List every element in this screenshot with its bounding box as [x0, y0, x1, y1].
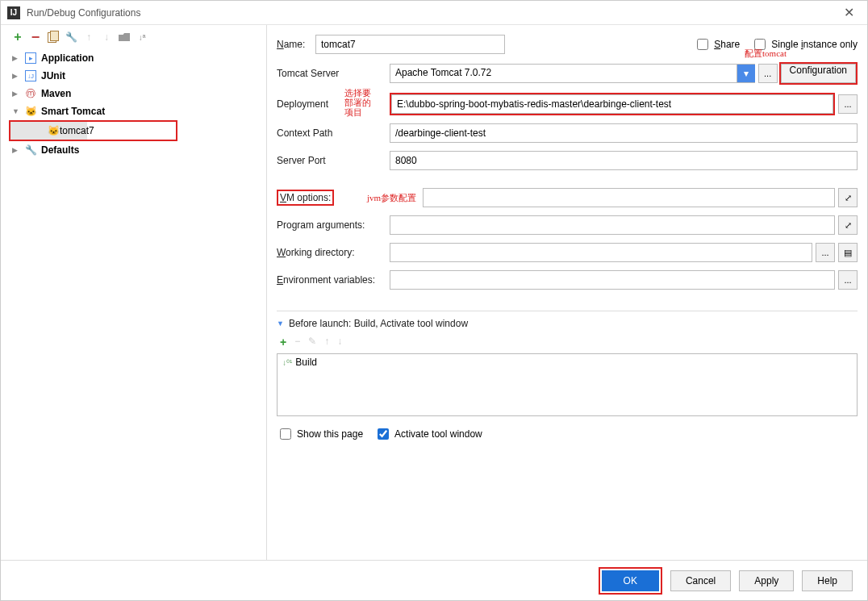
environment-variables-input[interactable] — [390, 270, 835, 290]
tomcat-icon: 🐱 — [48, 125, 60, 136]
copy-icon[interactable] — [48, 31, 59, 43]
add-icon[interactable]: + — [12, 31, 23, 43]
expand-icon[interactable]: ▶ — [12, 72, 23, 80]
expand-icon[interactable]: ⤢ — [838, 188, 858, 207]
titlebar: IJ Run/Debug Configurations ✕ — [1, 1, 867, 25]
remove-icon[interactable]: − — [30, 31, 41, 43]
window-title: Run/Debug Configurations — [27, 7, 837, 19]
app-icon: IJ — [7, 6, 20, 19]
tree-label: tomcat7 — [60, 125, 94, 136]
server-port-input[interactable] — [390, 151, 858, 170]
tomcat-icon: 🐱 — [23, 106, 38, 117]
activate-tool-window-checkbox[interactable]: Activate tool window — [374, 426, 482, 442]
insert-icon[interactable]: ▤ — [838, 243, 858, 262]
down-icon[interactable]: ↓ — [101, 31, 112, 43]
deployment-input[interactable] — [391, 94, 833, 114]
annotation-deploy: 选择要 部署的 项目 — [344, 88, 371, 117]
browse-button[interactable]: ... — [816, 243, 835, 262]
collapse-icon[interactable]: ▼ — [12, 107, 23, 115]
junit-icon: ↓J — [25, 70, 36, 81]
config-tree: ▶ ▸ Application ▶ ↓J JUnit ▶ ⓜ Maven ▼ 🐱 — [9, 49, 266, 553]
tree-label: Smart Tomcat — [41, 106, 105, 117]
deployment-label: Deployment — [277, 98, 390, 110]
expand-icon[interactable]: ▶ — [12, 146, 23, 154]
tree-label: JUnit — [41, 70, 65, 81]
tree-item-defaults[interactable]: ▶ 🔧 Defaults — [9, 141, 266, 159]
settings-icon[interactable]: 🔧 — [65, 31, 77, 43]
browse-button[interactable]: ... — [758, 64, 778, 83]
defaults-icon: 🔧 — [23, 144, 38, 156]
tree-item-junit[interactable]: ▶ ↓J JUnit — [9, 67, 266, 85]
select-value: Apache Tomcat 7.0.72 — [390, 64, 737, 83]
annotation-vm: jvm参数配置 — [367, 192, 416, 204]
down-icon: ↓ — [337, 336, 342, 348]
program-arguments-input[interactable] — [390, 215, 835, 235]
vm-options-input[interactable] — [423, 188, 835, 207]
browse-button[interactable]: ... — [838, 94, 858, 114]
up-icon[interactable]: ↑ — [83, 31, 94, 43]
before-launch-list[interactable]: ↓⁰¹ Build — [277, 353, 858, 416]
share-checkbox[interactable]: Share — [694, 36, 740, 52]
remove-icon: − — [294, 336, 300, 348]
list-item[interactable]: ↓⁰¹ Build — [278, 354, 857, 370]
add-icon[interactable]: + — [280, 336, 286, 348]
sort-icon[interactable]: ↓ª — [136, 31, 148, 43]
browse-button[interactable]: ... — [838, 270, 858, 290]
environment-variables-label: Environment variables: — [277, 274, 390, 286]
edit-icon: ✎ — [308, 336, 316, 348]
context-path-input[interactable] — [390, 123, 858, 143]
help-button[interactable]: Help — [802, 570, 853, 591]
context-path-label: Context Path — [277, 127, 390, 139]
ok-button[interactable]: OK — [602, 570, 659, 591]
expand-icon[interactable]: ⤢ — [838, 215, 858, 235]
launch-toolbar: + − ✎ ↑ ↓ — [277, 334, 858, 353]
build-icon: ↓⁰¹ — [282, 358, 292, 367]
application-icon: ▸ — [25, 52, 36, 64]
tree-item-smart-tomcat[interactable]: ▼ 🐱 Smart Tomcat — [9, 102, 266, 120]
tree-label: Maven — [41, 88, 71, 99]
show-this-page-checkbox[interactable]: Show this page — [277, 426, 363, 442]
collapse-icon[interactable]: ▼ — [277, 319, 284, 328]
program-arguments-label: Program arguments: — [277, 219, 390, 231]
name-input[interactable] — [315, 35, 505, 54]
tomcat-server-label: Tomcat Server — [277, 68, 390, 79]
expand-icon[interactable]: ▶ — [12, 90, 23, 98]
expand-icon[interactable]: ▶ — [12, 54, 23, 62]
server-port-label: Server Port — [277, 155, 390, 166]
tree-item-application[interactable]: ▶ ▸ Application — [9, 49, 266, 67]
tree-item-tomcat7[interactable]: 🐱 tomcat7 — [10, 122, 87, 140]
build-label: Build — [295, 357, 317, 368]
tree-label: Defaults — [41, 144, 79, 156]
before-launch-header[interactable]: ▼ Before launch: Build, Activate tool wi… — [277, 318, 858, 329]
tomcat-server-select[interactable]: Apache Tomcat 7.0.72 ▾ — [390, 64, 755, 83]
cancel-button[interactable]: Cancel — [670, 570, 731, 591]
folder-icon[interactable] — [119, 31, 130, 43]
maven-icon: ⓜ — [23, 87, 38, 101]
working-directory-input[interactable] — [390, 243, 812, 262]
configuration-button[interactable]: Configuration — [781, 64, 856, 83]
close-icon[interactable]: ✕ — [837, 5, 861, 20]
apply-button[interactable]: Apply — [739, 570, 794, 591]
annotation-config: 配置tomcat — [745, 48, 787, 60]
sidebar-toolbar: + − 🔧 ↑ ↓ ↓ª — [9, 31, 266, 49]
tree-item-maven[interactable]: ▶ ⓜ Maven — [9, 85, 266, 102]
before-launch-label: Before launch: Build, Activate tool wind… — [289, 318, 468, 329]
working-directory-label: Working directory: — [277, 247, 390, 258]
up-icon: ↑ — [324, 336, 329, 348]
chevron-down-icon[interactable]: ▾ — [737, 64, 755, 83]
dialog-footer: OK Cancel Apply Help — [1, 560, 867, 600]
tree-label: Application — [41, 52, 94, 64]
